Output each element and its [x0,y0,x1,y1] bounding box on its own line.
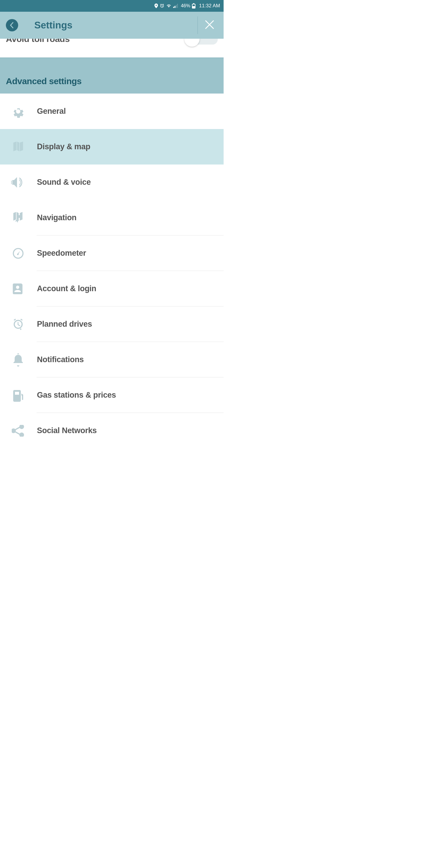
settings-item-speedometer[interactable]: Speedometer [0,236,224,271]
close-icon [204,19,215,30]
toggle-knob [184,39,200,46]
settings-item-display-map[interactable]: Display & map [0,129,224,164]
location-icon [155,3,158,8]
item-label: Speedometer [37,249,86,258]
sound-icon [11,175,25,189]
clock-icon [11,317,25,331]
page-title: Settings [34,20,72,31]
battery-icon [192,3,195,8]
settings-item-gas-stations[interactable]: Gas stations & prices [0,377,224,413]
item-label: Display & map [37,142,90,151]
settings-item-general[interactable]: General [0,94,224,129]
gear-icon [11,104,25,119]
chevron-left-icon [10,22,14,28]
item-label: General [37,107,66,116]
settings-list: GeneralDisplay & mapSound & voiceNavigat… [0,94,224,448]
close-button[interactable] [197,17,218,34]
status-icons: 46% 11:32 AM [155,3,220,9]
speedo-icon [11,246,25,260]
bell-icon [11,353,25,367]
section-header-advanced: Advanced settings [0,58,224,94]
item-label: Sound & voice [37,178,91,187]
app-bar: Settings [0,12,224,39]
share-icon [11,424,25,438]
signal-icon [173,4,178,8]
item-label: Planned drives [37,320,92,329]
map-icon [11,140,25,154]
settings-item-planned-drives[interactable]: Planned drives [0,306,224,342]
item-label: Gas stations & prices [37,391,116,400]
item-label: Account & login [37,284,96,293]
section-header-text: Advanced settings [6,76,82,86]
status-bar: 46% 11:32 AM [0,0,224,12]
back-button[interactable] [6,19,18,31]
settings-item-avoid-toll[interactable]: Avoid toll roads [0,39,224,58]
item-label: Navigation [37,213,76,222]
settings-item-sound-voice[interactable]: Sound & voice [0,164,224,200]
settings-item-social-networks[interactable]: Social Networks [0,413,224,448]
wifi-icon [166,4,171,8]
scroll-content: Avoid toll roads Advanced settings Gener… [0,39,224,460]
item-label: Notifications [37,355,84,364]
settings-item-account-login[interactable]: Account & login [0,271,224,306]
svg-rect-0 [193,6,195,8]
toggle-avoid-toll[interactable] [186,39,218,44]
status-time: 11:32 AM [199,3,220,9]
nav-icon [11,211,25,225]
battery-percent: 46% [181,3,190,8]
item-label: Social Networks [37,426,97,435]
settings-item-notifications[interactable]: Notifications [0,342,224,377]
settings-item-navigation[interactable]: Navigation [0,200,224,236]
account-icon [11,282,25,296]
partial-row-label: Avoid toll roads [6,39,70,44]
gas-icon [11,388,25,402]
alarm-icon [160,3,164,8]
